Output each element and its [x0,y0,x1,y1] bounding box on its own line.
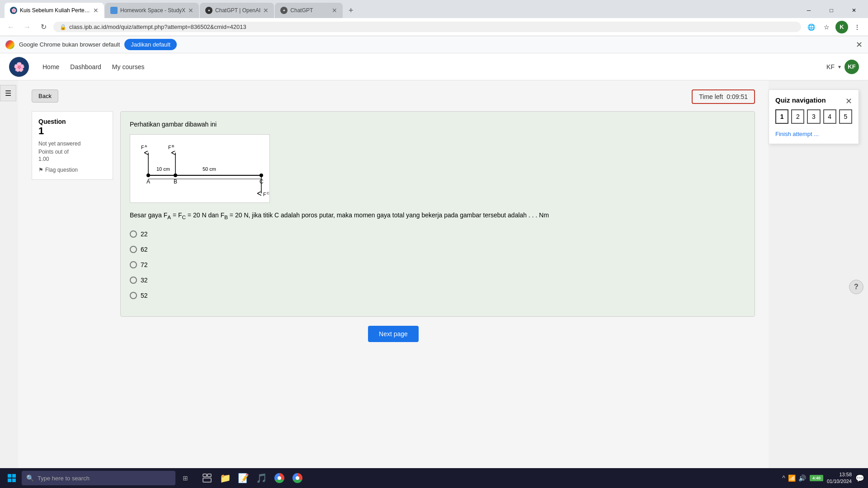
tab-2[interactable]: Homework Space - StudyX ✕ [105,3,199,18]
battery-indicator[interactable]: 4:40 [810,475,823,481]
help-area: ? [769,280,863,294]
nav-num-1[interactable]: 1 [775,109,788,124]
tray-expand-icon[interactable]: ^ [782,474,785,482]
question-info-panel: Question 1 Not yet answered Points out o… [32,111,113,180]
volume-icon[interactable]: 🔊 [798,474,806,482]
taskbar-apps: 📁 📝 🎵 [199,470,306,486]
finish-attempt-link[interactable]: Finish attempt ... [775,131,819,137]
taskbar-app-chrome[interactable] [271,470,288,486]
tab-1-close[interactable]: ✕ [93,7,99,14]
user-avatar[interactable]: KF [844,60,859,74]
nav-my-courses[interactable]: My courses [112,63,145,70]
content-area: ☰ Back Time left 0:09:51 Question 1 Not … [0,80,868,471]
back-button[interactable]: Back [32,89,58,103]
tab-4-title: ChatGPT [290,7,329,14]
main-nav: Home Dashboard My courses [42,63,144,70]
tab-3-close[interactable]: ✕ [263,7,269,14]
back-nav-button[interactable]: ← [5,21,17,33]
radio-52[interactable] [130,292,137,299]
network-icon[interactable]: 📶 [788,474,796,482]
taskbar-app-multiwindow[interactable] [199,470,215,486]
tab-2-favicon [110,7,118,14]
tab-2-close[interactable]: ✕ [188,7,193,14]
option-52-text: 52 [141,292,148,299]
taskbar-right: ^ 📶 🔊 4:40 13:58 01/10/2024 💬 [782,471,864,485]
url-bar[interactable]: 🔒 class.ipb.ac.id/mod/quiz/attempt.php?a… [53,22,801,32]
fb-subscript: B [172,144,174,148]
tab-3[interactable]: ✦ ChatGPT | OpenAI ✕ [200,3,274,18]
minimize-button[interactable]: ─ [798,3,819,18]
tab-4[interactable]: ✦ ChatGPT ✕ [275,3,343,18]
tab-1[interactable]: 🌸 Kuis Sebelum Kuliah Pertemu... ✕ [5,3,104,18]
clock-time: 13:58 [827,471,852,478]
radio-72[interactable] [130,261,137,268]
tab-4-favicon: ✦ [280,7,288,14]
question-intro-text: Perhatikan gambar dibawah ini [130,121,745,128]
forward-nav-button[interactable]: → [21,21,33,33]
notification-bar: Google Chrome bukan browser default Jadi… [0,36,868,53]
next-page-button[interactable]: Next page [368,326,419,342]
taskbar-app-files[interactable]: 📁 [217,470,233,486]
chrome-logo-icon [5,40,14,49]
profile-icon[interactable]: K [835,21,848,33]
maximize-button[interactable]: □ [821,3,842,18]
svg-rect-10 [203,474,207,477]
question-status: Not yet answered [38,141,106,147]
nav-num-5[interactable]: 5 [839,109,852,124]
next-page-area: Next page [32,326,755,342]
windows-icon [7,474,16,483]
close-button[interactable]: ✕ [844,3,864,18]
sidebar-toggle: ☰ [0,85,16,101]
start-button[interactable] [4,470,20,486]
taskbar-app-spotify[interactable]: 🎵 [253,470,269,486]
nav-num-2[interactable]: 2 [791,109,804,124]
option-32-text: 32 [141,277,148,284]
nav-num-4[interactable]: 4 [823,109,836,124]
dropdown-chevron-icon[interactable]: ▾ [838,64,841,70]
tab-4-close[interactable]: ✕ [332,7,337,14]
make-default-button[interactable]: Jadikan default [124,39,176,50]
option-62: 62 [130,246,745,253]
diagram-svg: A B C F A F B [135,139,270,198]
time-left-label: Time left [699,93,723,100]
search-placeholder: Type here to search [38,475,90,482]
tab-3-title: ChatGPT | OpenAI [215,7,260,14]
quiz-nav-panel: ✕ Quiz navigation 1 2 3 4 5 Finish attem… [769,89,859,144]
option-52: 52 [130,292,745,299]
site-logo: 🌸 [9,57,29,77]
question-content-panel: Perhatikan gambar dibawah ini A [120,111,755,317]
taskbar-search[interactable]: 🔍 Type here to search [22,471,175,485]
browser-icons: 🌐 ☆ K ⋮ [805,21,863,33]
taskbar-task-view[interactable]: ⊞ [177,470,193,486]
quiz-wrapper: Question 1 Not yet answered Points out o… [32,111,755,317]
flag-question-button[interactable]: ⚑ Flag question [38,167,106,173]
radio-22[interactable] [130,230,137,238]
svg-rect-9 [12,479,16,482]
nav-dashboard[interactable]: Dashboard [70,63,101,70]
radio-32[interactable] [130,277,137,284]
option-22-text: 22 [141,230,148,238]
bookmark-icon[interactable]: ☆ [820,21,833,33]
new-tab-button[interactable]: + [344,4,357,17]
clock-date: 01/10/2024 [827,478,852,485]
quiz-nav-container: ✕ Quiz navigation 1 2 3 4 5 Finish attem… [769,80,868,471]
sidebar-toggle-button[interactable]: ☰ [0,85,16,101]
radio-62[interactable] [130,246,137,253]
search-icon: 🔍 [26,474,34,482]
url-text: class.ipb.ac.id/mod/quiz/attempt.php?att… [69,23,246,30]
time-display[interactable]: 13:58 01/10/2024 [827,471,852,485]
extensions-icon[interactable]: ⋮ [851,21,863,33]
translate-icon[interactable]: 🌐 [805,21,817,33]
notification-close-button[interactable]: ✕ [856,40,863,50]
help-button[interactable]: ? [849,280,863,294]
option-72: 72 [130,261,745,268]
reload-button[interactable]: ↻ [37,21,50,33]
fb-label: F [168,145,171,150]
option-62-text: 62 [141,246,148,253]
nav-home[interactable]: Home [42,63,59,70]
notifications-icon[interactable]: 💬 [855,474,864,483]
panel-close-button[interactable]: ✕ [845,96,852,106]
taskbar-app-sticky[interactable]: 📝 [235,470,251,486]
taskbar-app-chrome-2[interactable] [289,470,306,486]
nav-num-3[interactable]: 3 [807,109,820,124]
